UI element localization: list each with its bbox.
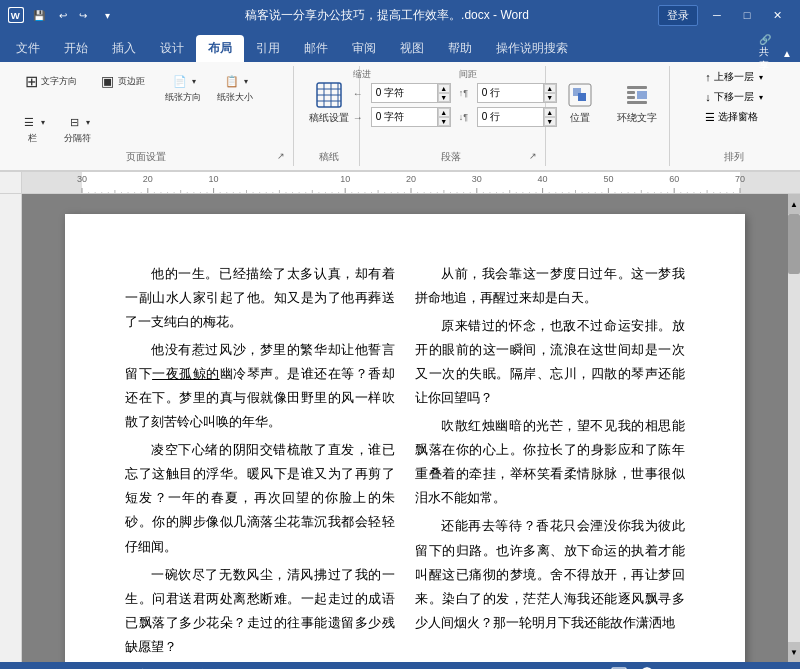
tab-file[interactable]: 文件 [4,35,52,62]
spacing-label: 间距 [459,68,557,81]
right-para-2: 原来错过的怀念，也敌不过命运安排。放开的眼前的这一瞬间，流浪在这世间却是一次又一… [415,314,685,410]
title-bar: W 💾 ↩ ↪ ▾ 稿客说一分享办公技巧，提高工作效率。.docx - Word… [0,0,800,30]
indent-left-icon: ← [353,88,369,99]
ruler [0,172,800,194]
page-setup-expand[interactable]: ↗ [277,151,285,161]
page-size-button[interactable]: 📋 ▾ 纸张大小 [210,68,260,107]
tab-view[interactable]: 视图 [388,35,436,62]
margins-label: 页边距 [118,75,145,88]
selection-pane-icon: ☰ [705,111,715,124]
paragraph-expand[interactable]: ↗ [529,151,537,161]
send-backward-button[interactable]: ↓ 下移一层 ▾ [699,88,769,106]
arrange-group-bottom: 排列 [682,148,786,164]
position-label: 位置 [570,111,590,125]
breaks-arrow: ▾ [86,118,90,127]
right-text-content: 从前，我会靠这一梦度日过年。这一梦我拼命地追，再醒过来却是白天。 原来错过的怀念… [415,262,685,635]
document-main[interactable]: 他的一生。已经描绘了太多认真，却有着一副山水人家引起了他。知又是为了他再葬送了一… [22,194,788,662]
indent-right-up[interactable]: ▲ [438,108,450,117]
columns-button[interactable]: ☰ ▾ 栏 [14,109,50,148]
tab-help[interactable]: 帮助 [436,35,484,62]
left-column: 他的一生。已经描绘了太多认真，却有着一副山水人家引起了他。知又是为了他再葬送了一… [125,262,395,662]
spacing-after-row: ↓¶ 0 行 ▲ ▼ [459,107,557,127]
page-size-icon: 📋 [222,71,242,91]
orientation-label: 纸张方向 [165,91,201,104]
document-title: 稿客说一分享办公技巧，提高工作效率。.docx - Word [245,8,529,22]
spacing-before-row: ↑¶ 0 行 ▲ ▼ [459,83,557,103]
bring-forward-arrow: ▾ [759,73,763,82]
manuscript-label: 稿纸设置 [309,111,349,125]
margins-button[interactable]: ▣ 页边距 [86,68,156,94]
left-para-1: 他的一生。已经描绘了太多认真，却有着一副山水人家引起了他。知又是为了他再葬送了一… [125,262,395,334]
group-manuscript: 稿纸设置 稿纸 [298,66,360,166]
horizontal-ruler[interactable] [22,172,800,193]
position-icon [566,81,594,109]
tab-search[interactable]: 操作说明搜索 [484,35,580,62]
text-direction-icon: ⊞ [21,71,41,91]
wrap-text-button[interactable]: 环绕文字 [609,68,665,138]
left-text-content: 他的一生。已经描绘了太多认真，却有着一副山水人家引起了他。知又是为了他再葬送了一… [125,262,395,659]
word-icon: W [8,7,24,23]
position-button[interactable]: 位置 [555,68,605,138]
indent-right-down[interactable]: ▼ [438,117,450,126]
tab-design[interactable]: 设计 [148,35,196,62]
right-column: 从前，我会靠这一梦度日过年。这一梦我拼命地追，再醒过来却是白天。 原来错过的怀念… [415,262,685,662]
indent-right-value: 0 字符 [372,110,437,124]
svg-rect-16 [637,91,647,99]
tab-review[interactable]: 审阅 [340,35,388,62]
customize-button[interactable]: ▾ [98,6,116,24]
save-button[interactable]: 💾 [30,6,48,24]
minimize-button[interactable]: ─ [702,5,732,25]
scroll-up[interactable]: ▲ [788,194,800,214]
send-backward-arrow: ▾ [759,93,763,102]
right-para-3: 吹散红烛幽暗的光芒，望不见我的相思能飘落在你的心上。你拉长了的身影应和了陈年重叠… [415,414,685,510]
tab-references[interactable]: 引用 [244,35,292,62]
svg-rect-13 [627,91,635,94]
page-size-label: 纸张大小 [217,91,253,104]
page-setup-group-label: 页面设置 [14,150,277,164]
page-columns: 他的一生。已经描绘了太多认真，却有着一副山水人家引起了他。知又是为了他再葬送了一… [125,262,685,662]
ribbon: 文件 开始 插入 设计 布局 引用 邮件 审阅 视图 帮助 操作说明搜索 🔗 共… [0,30,800,172]
indent-group: 缩进 ← 0 字符 ▲ ▼ → [353,68,451,127]
group-arrange: ↑ 上移一层 ▾ ↓ 下移一层 ▾ ☰ 选择窗格 排列 [674,66,794,166]
document-page: 他的一生。已经描绘了太多认真，却有着一副山水人家引起了他。知又是为了他再葬送了一… [65,214,745,662]
manuscript-icon [315,81,343,109]
selection-pane-button[interactable]: ☰ 选择窗格 [699,108,764,126]
window-controls: ─ □ ✕ [702,5,792,25]
text-direction-button[interactable]: ⊞ 文字方向 [14,68,84,94]
login-button[interactable]: 登录 [658,5,698,26]
scroll-down[interactable]: ▼ [788,642,800,662]
columns-label: 栏 [28,132,37,145]
tab-home[interactable]: 开始 [52,35,100,62]
collapse-ribbon-button[interactable]: ▲ [778,44,796,62]
undo-redo-group: ↩ ↪ [54,6,92,24]
share-button[interactable]: 🔗 共享 [756,44,774,62]
vertical-scrollbar[interactable]: ▲ ▼ [788,194,800,662]
manuscript-button[interactable]: 稿纸设置 [301,68,357,138]
orientation-button[interactable]: 📄 ▾ 纸张方向 [158,68,208,107]
group-page-setup: ⊞ 文字方向 ▣ 页边距 📄 ▾ 纸张方向 [6,66,294,166]
bring-forward-button[interactable]: ↑ 上移一层 ▾ [699,68,769,86]
indent-left-up[interactable]: ▲ [438,84,450,93]
undo-button[interactable]: ↩ [54,6,72,24]
indent-left-down[interactable]: ▼ [438,93,450,102]
ruler-corner [0,172,22,193]
ribbon-tabs: 文件 开始 插入 设计 布局 引用 邮件 审阅 视图 帮助 操作说明搜索 🔗 共… [0,30,800,62]
indent-left-value: 0 字符 [372,86,437,100]
tab-layout[interactable]: 布局 [196,35,244,62]
maximize-button[interactable]: □ [732,5,762,25]
tab-insert[interactable]: 插入 [100,35,148,62]
bring-forward-icon: ↑ [705,71,711,83]
breaks-button[interactable]: ⊟ ▾ 分隔符 [52,109,102,148]
underline-phrase: 一夜孤鲸的 [152,366,220,381]
status-bar: 第 1 页，共 2 页 1149 个字 ⌨ 中文(中国) − + 70% [0,662,800,669]
spacing-group: 间距 ↑¶ 0 行 ▲ ▼ ↓¶ [459,68,557,127]
tab-mailings[interactable]: 邮件 [292,35,340,62]
spacing-after-value: 0 行 [478,110,543,124]
wrap-text-label: 环绕文字 [617,111,657,125]
close-button[interactable]: ✕ [762,5,792,25]
redo-button[interactable]: ↪ [74,6,92,24]
orientation-icon: 📄 [170,71,190,91]
right-para-4: 还能再去等待？香花只会湮没你我为彼此留下的归路。也许多离、放下命运的执着才能叫醒… [415,514,685,634]
send-backward-icon: ↓ [705,91,711,103]
scroll-thumb[interactable] [788,214,800,274]
